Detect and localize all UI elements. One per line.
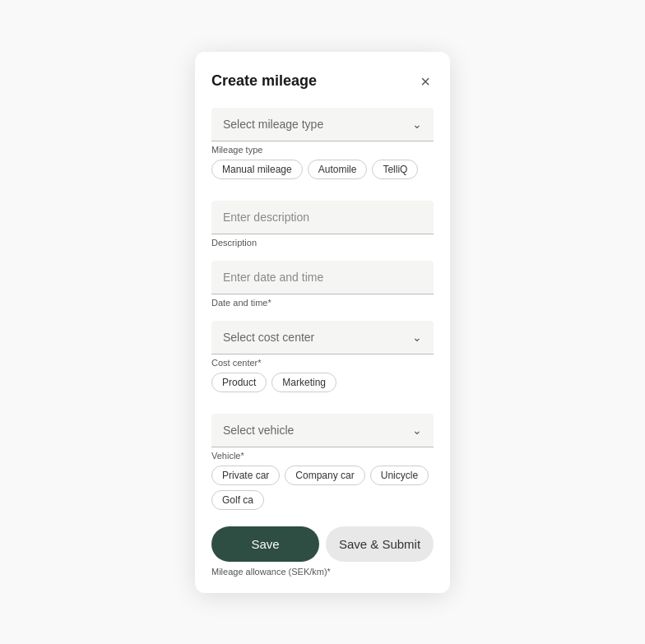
cost-center-chips: Product Marketing: [211, 373, 434, 392]
description-label: Description: [211, 238, 434, 248]
button-row: Save Save & Submit: [211, 526, 434, 562]
chip-golf-car[interactable]: Golf ca: [211, 490, 264, 510]
mileage-type-placeholder: Select mileage type: [223, 118, 323, 131]
chip-marketing[interactable]: Marketing: [271, 373, 336, 392]
vehicle-group: Select vehicle ⌄ Vehicle* Private car Co…: [211, 414, 434, 510]
vehicle-label: Vehicle*: [211, 451, 434, 461]
save-button[interactable]: Save: [211, 526, 319, 562]
chevron-down-icon: ⌄: [412, 424, 422, 437]
vehicle-dropdown[interactable]: Select vehicle ⌄: [211, 414, 434, 447]
save-submit-button[interactable]: Save & Submit: [326, 526, 434, 562]
footer-section: Save Save & Submit Mileage allowance (SE…: [211, 526, 434, 577]
datetime-group: Date and time*: [211, 261, 434, 308]
mileage-type-label: Mileage type: [211, 145, 434, 155]
vehicle-chips: Private car Company car Unicycle Golf ca: [211, 466, 434, 510]
datetime-label: Date and time*: [211, 298, 434, 308]
modal-header: Create mileage ×: [211, 72, 434, 91]
description-input[interactable]: [211, 201, 434, 234]
chip-telliq[interactable]: TelliQ: [372, 160, 418, 179]
mileage-type-group: Select mileage type ⌄ Mileage type Manua…: [211, 108, 434, 179]
cost-center-group: Select cost center ⌄ Cost center* Produc…: [211, 321, 434, 392]
modal: Create mileage × Select mileage type ⌄ M…: [195, 52, 450, 593]
chip-private-car[interactable]: Private car: [211, 466, 280, 485]
chevron-down-icon: ⌄: [412, 331, 422, 344]
modal-backdrop: Create mileage × Select mileage type ⌄ M…: [0, 0, 645, 644]
datetime-input[interactable]: [211, 261, 434, 294]
cost-center-placeholder: Select cost center: [223, 331, 314, 344]
description-group: Description: [211, 201, 434, 248]
chip-manual-mileage[interactable]: Manual mileage: [211, 160, 303, 179]
chip-company-car[interactable]: Company car: [285, 466, 364, 485]
close-button[interactable]: ×: [417, 72, 434, 91]
chip-product[interactable]: Product: [211, 373, 267, 392]
cost-center-label: Cost center*: [211, 358, 434, 368]
chip-automile[interactable]: Automile: [308, 160, 368, 179]
mileage-type-chips: Manual mileage Automile TelliQ: [211, 160, 434, 179]
chip-unicycle[interactable]: Unicycle: [370, 466, 429, 485]
chevron-down-icon: ⌄: [412, 118, 422, 131]
cost-center-dropdown[interactable]: Select cost center ⌄: [211, 321, 434, 354]
vehicle-placeholder: Select vehicle: [223, 424, 294, 437]
modal-title: Create mileage: [211, 72, 317, 90]
mileage-allowance-label: Mileage allowance (SEK/km)*: [211, 567, 434, 577]
mileage-type-dropdown[interactable]: Select mileage type ⌄: [211, 108, 434, 141]
